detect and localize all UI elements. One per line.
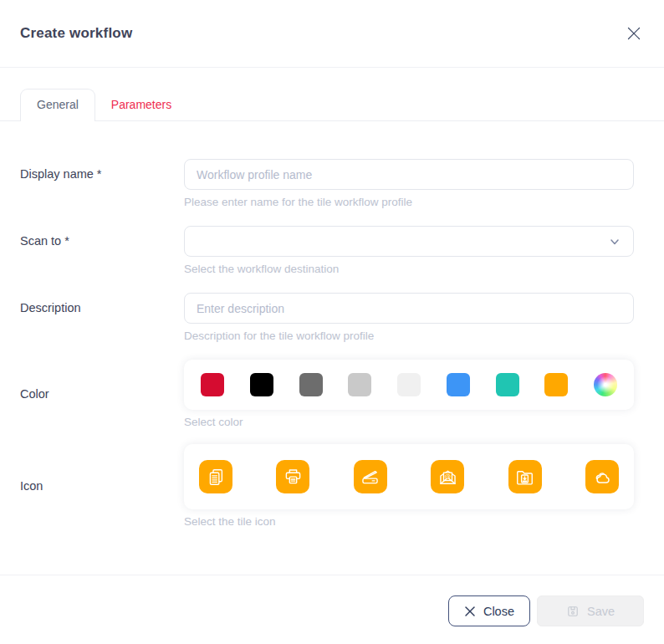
icon-tile-printer[interactable] (276, 460, 309, 493)
swatch-blue[interactable] (447, 373, 470, 396)
tab-parameters[interactable]: Parameters (95, 89, 187, 120)
description-hint: Description for the tile workflow profil… (184, 330, 634, 342)
tab-general[interactable]: General (20, 89, 95, 121)
swatch-dark-gray[interactable] (299, 373, 323, 396)
icon-label: Icon (20, 479, 184, 493)
icon-row: Icon @ Select the tile icon (20, 444, 634, 528)
save-button-label: Save (587, 605, 615, 618)
close-button-label: Close (483, 605, 514, 618)
scan-to-label: Scan to * (20, 226, 184, 275)
icon-hint: Select the tile icon (184, 515, 634, 528)
color-swatch-list (184, 360, 634, 410)
display-name-row: Display name * Please enter name for the… (20, 159, 634, 208)
printer-icon (283, 467, 304, 488)
scan-to-hint: Select the workflow destination (184, 263, 634, 275)
tab-bar: General Parameters (0, 89, 664, 121)
swatch-orange[interactable] (544, 373, 568, 396)
save-floppy-icon (566, 605, 580, 618)
email-at-icon: @ (437, 467, 458, 488)
icon-tile-folder-download[interactable] (508, 460, 542, 493)
display-name-input[interactable] (184, 159, 634, 190)
close-icon[interactable] (626, 25, 642, 42)
icon-tile-scanner[interactable] (354, 460, 387, 493)
close-x-icon (464, 606, 476, 617)
swatch-black[interactable] (250, 373, 273, 396)
display-name-label: Display name * (20, 159, 184, 208)
folder-download-icon (514, 467, 535, 488)
scan-to-row: Scan to * Select the workflow destinatio… (20, 226, 634, 275)
color-label: Color (20, 387, 184, 401)
description-row: Description Description for the tile wor… (20, 293, 634, 342)
cloud-icon (591, 467, 612, 488)
swatch-light-gray[interactable] (348, 373, 371, 396)
save-button[interactable]: Save (537, 595, 644, 626)
dialog-footer: Close Save (0, 575, 664, 644)
description-label: Description (20, 293, 184, 342)
create-workflow-dialog: Create workflow General Parameters Displ… (0, 0, 664, 644)
icon-tile-cloud[interactable] (585, 460, 619, 493)
swatch-lightest-gray[interactable] (397, 373, 421, 396)
display-name-hint: Please enter name for the tile workflow … (184, 196, 634, 208)
icon-tile-email-at[interactable]: @ (431, 460, 464, 493)
scan-to-select[interactable] (184, 226, 634, 257)
chevron-down-icon (609, 236, 621, 250)
swatch-color-wheel[interactable] (594, 373, 617, 396)
form: Display name * Please enter name for the… (0, 121, 664, 528)
scanner-icon (360, 467, 381, 488)
description-input[interactable] (184, 293, 634, 324)
page-title: Create workflow (20, 25, 132, 42)
close-button[interactable]: Close (448, 595, 530, 626)
icon-tile-copy-document[interactable] (199, 460, 232, 493)
color-hint: Select color (184, 416, 634, 428)
icon-tile-list: @ (184, 444, 634, 509)
swatch-red[interactable] (201, 373, 224, 396)
swatch-teal[interactable] (496, 373, 519, 396)
dialog-header: Create workflow (0, 0, 664, 68)
color-row: Color Select color (20, 360, 634, 428)
copy-document-icon (206, 467, 227, 488)
